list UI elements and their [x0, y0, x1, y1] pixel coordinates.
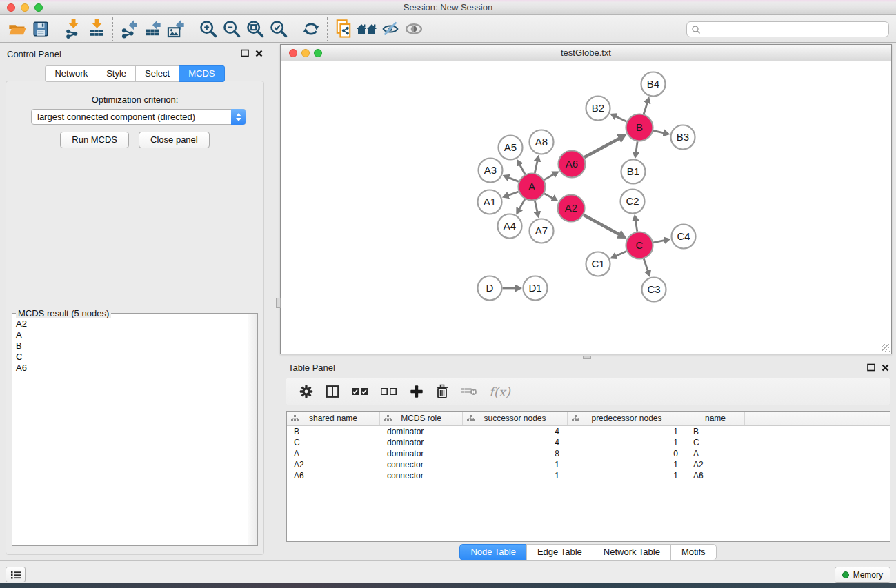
- run-mcds-button[interactable]: Run MCDS: [60, 132, 129, 148]
- tab-mcds[interactable]: MCDS: [179, 65, 224, 82]
- graph-node-A1[interactable]: A1: [478, 190, 502, 214]
- table-row[interactable]: A dominator 8 0 A: [287, 448, 890, 459]
- network-window-titlebar[interactable]: testGlobe.txt: [281, 45, 891, 61]
- graph-edge-A-A8[interactable]: [535, 161, 537, 173]
- function-builder-button[interactable]: f(x): [489, 385, 510, 399]
- gear-icon[interactable]: [299, 384, 314, 399]
- hide-graphics-details-button[interactable]: [379, 18, 402, 40]
- home-button[interactable]: [355, 18, 379, 40]
- network-graph[interactable]: AA1A2A3A4A5A6A7A8BB1B2B3B4CC1C2C3C4DD1: [281, 62, 891, 354]
- export-table-button[interactable]: [141, 18, 164, 40]
- export-network-button[interactable]: [117, 18, 141, 40]
- table-row[interactable]: B dominator 4 1 B: [287, 426, 890, 437]
- save-session-button[interactable]: [29, 18, 52, 40]
- graph-node-B1[interactable]: B1: [621, 160, 646, 184]
- close-panel-icon[interactable]: [882, 364, 889, 372]
- float-panel-icon[interactable]: [867, 363, 875, 372]
- graph-edge-A-A5[interactable]: [520, 165, 526, 174]
- tab-network-table[interactable]: Network Table: [593, 544, 671, 560]
- task-history-button[interactable]: [6, 567, 26, 582]
- graph-node-A5[interactable]: A5: [499, 136, 523, 160]
- toolbar-search-field[interactable]: [686, 21, 889, 37]
- criterion-select[interactable]: largest connected component (directed): [31, 109, 246, 125]
- import-network-button[interactable]: [61, 18, 85, 40]
- graph-node-B3[interactable]: B3: [671, 125, 695, 150]
- result-scrollbar[interactable]: [248, 314, 257, 545]
- window-resize-grip[interactable]: [882, 344, 890, 353]
- table-row[interactable]: A6 connector 1 1 A6: [287, 470, 890, 481]
- list-item[interactable]: C: [16, 352, 248, 363]
- column-header-shared-name[interactable]: shared name: [287, 412, 380, 425]
- split-divider-handle[interactable]: [583, 356, 591, 359]
- column-header-successor-nodes[interactable]: successor nodes: [463, 412, 568, 425]
- graph-node-D[interactable]: D: [478, 276, 502, 301]
- tab-style[interactable]: Style: [97, 65, 136, 82]
- graph-edge-A-A7[interactable]: [535, 201, 537, 212]
- graph-node-B4[interactable]: B4: [641, 72, 666, 97]
- graph-node-D1[interactable]: D1: [524, 276, 548, 301]
- graph-edge-A-A2[interactable]: [544, 194, 552, 199]
- graph-node-C[interactable]: C: [626, 232, 653, 259]
- graph-edge-A-A1[interactable]: [508, 192, 519, 195]
- close-panel-icon[interactable]: [255, 50, 263, 57]
- float-panel-icon[interactable]: [241, 49, 249, 57]
- graph-node-B2[interactable]: B2: [586, 97, 610, 121]
- zoom-in-button[interactable]: [197, 18, 220, 40]
- memory-button[interactable]: Memory: [835, 567, 890, 583]
- tab-edge-table[interactable]: Edge Table: [526, 544, 593, 560]
- show-columns-icon[interactable]: [325, 384, 340, 399]
- graph-edge-A-A3[interactable]: [508, 178, 519, 182]
- list-item[interactable]: B: [16, 341, 248, 352]
- graph-edge-B-B1[interactable]: [636, 141, 637, 152]
- select-all-icon[interactable]: [351, 385, 369, 398]
- graph-node-A8[interactable]: A8: [530, 130, 554, 154]
- tab-motifs[interactable]: Motifs: [670, 544, 717, 560]
- refresh-view-button[interactable]: [299, 18, 323, 40]
- graph-node-C2[interactable]: C2: [621, 190, 645, 214]
- graph-node-A[interactable]: A: [519, 174, 546, 201]
- network-canvas[interactable]: AA1A2A3A4A5A6A7A8BB1B2B3B4CC1C2C3C4DD1: [281, 62, 891, 354]
- graph-node-C1[interactable]: C1: [586, 252, 610, 276]
- close-panel-button[interactable]: Close panel: [139, 132, 210, 148]
- tab-network[interactable]: Network: [45, 65, 97, 82]
- graph-edge-A6-B[interactable]: [584, 139, 619, 157]
- tab-node-table[interactable]: Node Table: [459, 544, 527, 560]
- window-left-grip[interactable]: [276, 298, 281, 308]
- column-header-predecessor-nodes[interactable]: predecessor nodes: [568, 412, 686, 425]
- column-header-name[interactable]: name: [686, 412, 745, 425]
- graph-edge-A-A6[interactable]: [544, 174, 554, 180]
- tab-select[interactable]: Select: [135, 65, 179, 82]
- zoom-out-button[interactable]: [220, 18, 243, 40]
- add-column-icon[interactable]: [409, 384, 424, 399]
- delete-table-icon[interactable]: [460, 385, 478, 398]
- graph-edge-B-B4[interactable]: [644, 103, 647, 114]
- graph-node-C4[interactable]: C4: [672, 225, 696, 249]
- list-item[interactable]: A: [16, 330, 248, 341]
- graph-edge-C-C2[interactable]: [635, 221, 637, 232]
- zoom-fit-button[interactable]: [243, 18, 267, 40]
- table-row[interactable]: A2 connector 1 1 A2: [287, 459, 890, 470]
- graph-edge-B-B2[interactable]: [616, 116, 627, 121]
- graph-edge-B-B3[interactable]: [653, 130, 664, 132]
- graph-node-A3[interactable]: A3: [479, 159, 503, 183]
- table-row[interactable]: C dominator 4 1 C: [287, 437, 890, 448]
- list-item[interactable]: A2: [16, 318, 248, 330]
- search-input[interactable]: [701, 22, 888, 37]
- column-header-mcds-role[interactable]: MCDS role: [380, 412, 463, 425]
- open-session-button[interactable]: [6, 18, 29, 40]
- graph-edge-C-C3[interactable]: [644, 258, 648, 270]
- export-image-button[interactable]: [164, 18, 188, 40]
- graph-edge-A2-C[interactable]: [584, 215, 619, 234]
- graph-node-A2[interactable]: A2: [558, 195, 585, 222]
- graph-edge-A-A4[interactable]: [519, 199, 525, 209]
- clone-network-button[interactable]: [332, 18, 355, 40]
- graph-node-A7[interactable]: A7: [530, 219, 554, 243]
- graph-edge-C-C1[interactable]: [616, 251, 626, 256]
- graph-node-C3[interactable]: C3: [642, 278, 666, 302]
- graph-node-B[interactable]: B: [626, 114, 653, 141]
- delete-column-trash-icon[interactable]: [435, 384, 449, 399]
- list-item[interactable]: A6: [16, 363, 248, 374]
- graph-node-A4[interactable]: A4: [498, 214, 522, 239]
- import-table-button[interactable]: [85, 18, 108, 40]
- show-graphics-details-button[interactable]: [402, 18, 426, 40]
